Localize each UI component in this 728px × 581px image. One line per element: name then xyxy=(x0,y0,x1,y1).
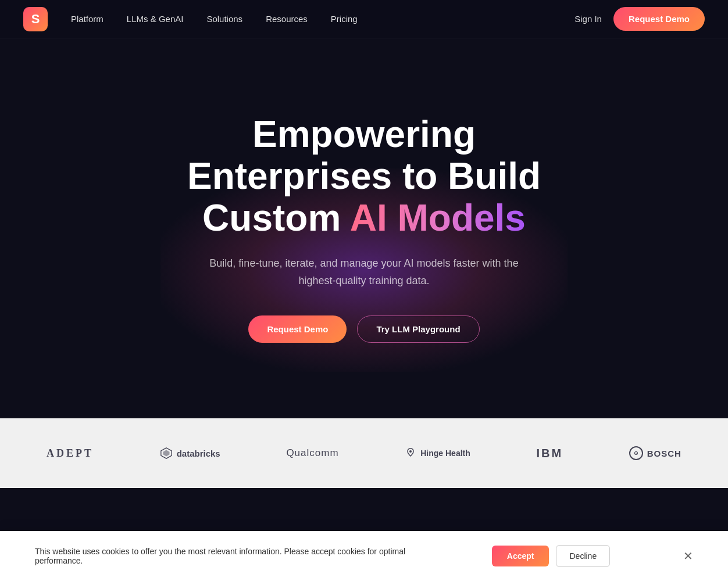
hero-llm-playground-button[interactable]: Try LLM Playground xyxy=(357,315,479,343)
logo-bosch: ⊙ BOSCH xyxy=(629,446,681,460)
cookie-accept-button[interactable]: Accept xyxy=(492,546,549,566)
nav-right: Sign In Request Demo xyxy=(574,7,705,31)
databricks-icon xyxy=(160,447,173,460)
logo-adept: ADEPT xyxy=(47,447,94,460)
nav-links: Platform LLMs & GenAI Solutions Resource… xyxy=(71,14,574,24)
bosch-ring-icon: ⊙ xyxy=(629,446,643,460)
logos-section: ADEPT databricks Qualcomm Hinge Health I… xyxy=(0,418,728,488)
cookie-banner: This website uses cookies to offer you t… xyxy=(0,531,728,581)
nav-resources[interactable]: Resources xyxy=(266,14,308,24)
nav-pricing[interactable]: Pricing xyxy=(331,14,358,24)
cookie-message: This website uses cookies to offer you t… xyxy=(35,547,430,565)
hero-content: Empowering Enterprises to Build Custom A… xyxy=(131,114,597,342)
logo[interactable]: S xyxy=(23,7,48,31)
hero-request-demo-button[interactable]: Request Demo xyxy=(248,315,347,343)
navbar: S Platform LLMs & GenAI Solutions Resour… xyxy=(0,0,728,38)
logo-databricks: databricks xyxy=(160,447,220,460)
request-demo-button[interactable]: Request Demo xyxy=(613,7,705,31)
hero-title: Empowering Enterprises to Build Custom A… xyxy=(155,114,573,239)
cookie-close-button[interactable]: ✕ xyxy=(683,550,693,562)
nav-platform[interactable]: Platform xyxy=(71,14,104,24)
logo-qualcomm: Qualcomm xyxy=(286,447,338,459)
svg-marker-1 xyxy=(163,450,169,457)
hero-section: Empowering Enterprises to Build Custom A… xyxy=(0,0,728,418)
hero-subtitle: Build, fine-tune, iterate, and manage yo… xyxy=(201,255,527,289)
logo-hinge-health: Hinge Health xyxy=(405,447,470,459)
svg-point-2 xyxy=(409,450,412,453)
hero-buttons: Request Demo Try LLM Playground xyxy=(155,315,573,343)
nav-solutions[interactable]: Solutions xyxy=(206,14,242,24)
nav-llms[interactable]: LLMs & GenAI xyxy=(127,14,184,24)
hinge-icon xyxy=(405,447,416,459)
cookie-buttons: Accept Decline xyxy=(492,545,610,567)
cookie-decline-button[interactable]: Decline xyxy=(556,545,610,567)
signin-link[interactable]: Sign In xyxy=(574,14,602,24)
logo-ibm: IBM xyxy=(536,447,563,460)
